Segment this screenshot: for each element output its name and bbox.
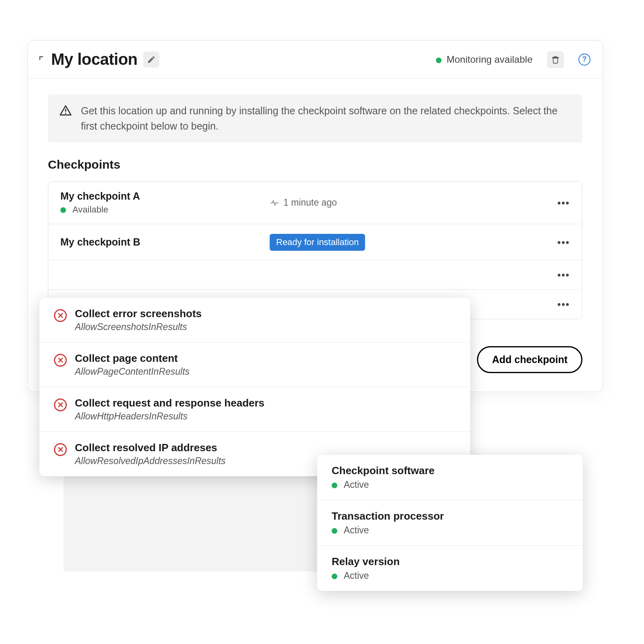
checkpoint-row[interactable]: My checkpoint B Ready for installation •… xyxy=(48,224,582,260)
status-item: Checkpoint software Active xyxy=(317,455,583,500)
collect-key: AllowPageContentInResults xyxy=(75,366,190,377)
status-item-value: Active xyxy=(332,570,568,581)
status-item: Transaction processor Active xyxy=(317,500,583,546)
component-status-popup: Checkpoint software Active Transaction p… xyxy=(317,455,583,591)
monitoring-status: Monitoring available xyxy=(436,54,533,65)
disabled-icon: ✕ xyxy=(54,354,67,367)
status-dot-icon xyxy=(332,574,337,579)
status-item: Relay version Active xyxy=(317,546,583,591)
collect-title: Collect error screenshots xyxy=(75,308,202,320)
checkpoint-meta: 1 minute ago xyxy=(270,197,557,208)
data-collection-popup: ✕ Collect error screenshots AllowScreens… xyxy=(39,298,470,476)
disabled-icon: ✕ xyxy=(54,398,67,411)
status-item-value: Active xyxy=(332,525,568,536)
ready-badge: Ready for installation xyxy=(270,234,365,251)
trash-icon xyxy=(551,55,560,64)
svg-point-1 xyxy=(65,113,66,114)
status-item-title: Checkpoint software xyxy=(332,464,568,477)
info-banner: Get this location up and running by inst… xyxy=(48,95,582,142)
status-label: Monitoring available xyxy=(447,54,533,65)
checkpoint-status: Available xyxy=(60,204,270,215)
banner-text: Get this location up and running by inst… xyxy=(81,103,571,134)
checkpoint-row[interactable]: My checkpoint A Available 1 minute ago •… xyxy=(48,182,582,224)
warning-icon xyxy=(59,104,72,117)
checkpoint-name: My checkpoint A xyxy=(60,190,270,202)
status-item-value: Active xyxy=(332,479,568,490)
checkpoints-heading: Checkpoints xyxy=(48,158,582,171)
more-menu-button[interactable]: ••• xyxy=(557,237,570,248)
more-menu-button[interactable]: ••• xyxy=(557,299,570,310)
card-header: My location Monitoring available ? xyxy=(28,41,603,78)
checkpoint-row[interactable]: ••• xyxy=(48,260,582,290)
status-dot-icon xyxy=(436,58,442,63)
back-arrow-icon[interactable] xyxy=(37,56,45,64)
collect-key: AllowHttpHeadersInResults xyxy=(75,411,264,422)
status-dot-icon xyxy=(332,483,337,488)
heartbeat-icon xyxy=(270,198,279,208)
status-item-title: Relay version xyxy=(332,555,568,568)
checkpoint-meta: Ready for installation xyxy=(270,234,557,251)
status-dot-icon xyxy=(60,207,66,213)
collect-item[interactable]: ✕ Collect page content AllowPageContentI… xyxy=(39,343,470,387)
add-checkpoint-button[interactable]: Add checkpoint xyxy=(477,346,582,373)
edit-button[interactable] xyxy=(143,52,159,68)
collect-title: Collect resolved IP addreses xyxy=(75,442,226,454)
help-button[interactable]: ? xyxy=(578,54,590,66)
more-menu-button[interactable]: ••• xyxy=(557,269,570,281)
collect-title: Collect request and response headers xyxy=(75,397,264,409)
collect-key: AllowScreenshotsInResults xyxy=(75,322,202,332)
more-menu-button[interactable]: ••• xyxy=(557,197,570,208)
delete-button[interactable] xyxy=(547,51,564,68)
collect-item[interactable]: ✕ Collect error screenshots AllowScreens… xyxy=(39,298,470,343)
collect-item[interactable]: ✕ Collect request and response headers A… xyxy=(39,387,470,432)
disabled-icon: ✕ xyxy=(54,443,67,456)
checkpoint-name: My checkpoint B xyxy=(60,236,270,248)
page-title: My location xyxy=(51,50,138,68)
status-item-title: Transaction processor xyxy=(332,510,568,522)
pencil-icon xyxy=(147,55,156,64)
disabled-icon: ✕ xyxy=(54,309,67,322)
collect-key: AllowResolvedIpAddressesInResults xyxy=(75,456,226,466)
collect-title: Collect page content xyxy=(75,352,190,365)
status-dot-icon xyxy=(332,528,337,534)
